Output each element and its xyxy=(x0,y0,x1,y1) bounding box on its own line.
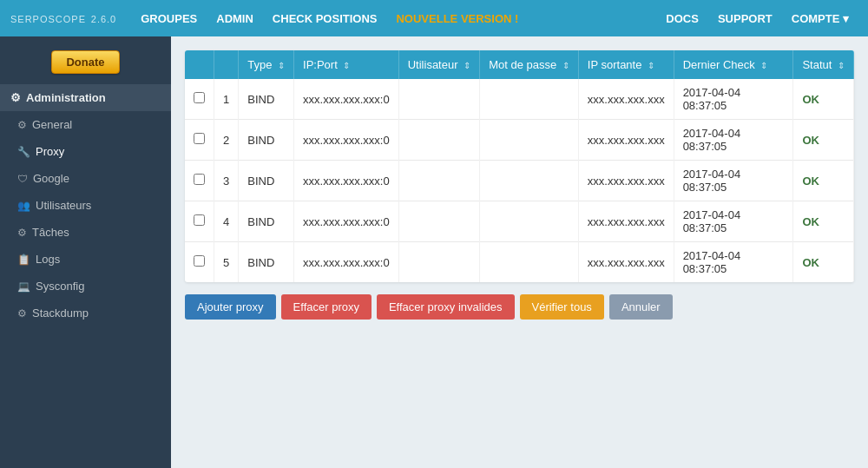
th-utilisateur[interactable]: Utilisateur ⇕ xyxy=(398,50,479,79)
row-ip-port: xxx.xxx.xxx.xxx:0 xyxy=(294,201,399,242)
row-statut: OK xyxy=(793,79,854,120)
row-dernier-check: 2017-04-04 08:37:05 xyxy=(674,201,793,242)
th-num xyxy=(214,50,239,79)
row-mot-de-passe xyxy=(480,79,579,120)
row-num: 5 xyxy=(214,242,239,283)
row-ip-sortante: xxx.xxx.xxx.xxx xyxy=(578,161,674,201)
app-logo: SERPOSCOPE 2.6.0 xyxy=(10,10,116,27)
logs-icon: 📋 xyxy=(17,254,30,266)
sidebar-item-stackdump-label: Stackdump xyxy=(32,307,89,320)
row-statut: OK xyxy=(793,242,854,283)
row-mot-de-passe xyxy=(480,201,579,242)
th-ip-sortante[interactable]: IP sortante ⇕ xyxy=(578,50,674,79)
row-mot-de-passe xyxy=(480,120,579,161)
th-ip-port[interactable]: IP:Port ⇕ xyxy=(294,50,399,79)
row-ip-sortante: xxx.xxx.xxx.xxx xyxy=(578,120,674,161)
row-ip-port: xxx.xxx.xxx.xxx:0 xyxy=(294,242,399,283)
sidebar-item-stackdump[interactable]: ⚙ Stackdump xyxy=(0,300,171,326)
row-statut: OK xyxy=(793,201,854,242)
sidebar-item-taches-label: Tâches xyxy=(32,226,69,239)
sort-ipsort-icon: ⇕ xyxy=(648,61,654,70)
main-content: Type ⇕ IP:Port ⇕ Utilisateur ⇕ Mot de pa… xyxy=(171,36,868,468)
sidebar-section-admin: ⚙ Administration xyxy=(0,84,171,111)
sidebar-item-utilisateurs[interactable]: 👥 Utilisateurs xyxy=(0,192,171,219)
clear-proxy-button[interactable]: Effacer proxy xyxy=(281,294,372,320)
sort-check-icon: ⇕ xyxy=(760,61,767,70)
table-row: 4 BIND xxx.xxx.xxx.xxx:0 xxx.xxx.xxx.xxx… xyxy=(185,201,854,242)
sidebar-item-logs[interactable]: 📋 Logs xyxy=(0,246,171,273)
row-checkbox[interactable] xyxy=(185,242,214,283)
nav-support[interactable]: SUPPORT xyxy=(709,9,781,29)
proxy-table: Type ⇕ IP:Port ⇕ Utilisateur ⇕ Mot de pa… xyxy=(185,50,854,282)
row-utilisateur xyxy=(398,242,479,283)
sidebar-item-general[interactable]: ⚙ General xyxy=(0,111,171,138)
row-ip-port: xxx.xxx.xxx.xxx:0 xyxy=(294,79,399,120)
sysconfig-icon: 💻 xyxy=(17,280,30,293)
row-checkbox[interactable] xyxy=(185,120,214,161)
main-layout: Donate ⚙ Administration ⚙ General 🔧 Prox… xyxy=(0,36,868,468)
nav-right: DOCS SUPPORT COMPTE ▾ xyxy=(657,9,858,29)
sort-type-icon: ⇕ xyxy=(278,61,285,70)
nav-compte[interactable]: COMPTE ▾ xyxy=(783,9,858,29)
row-statut: OK xyxy=(793,161,854,201)
taches-icon: ⚙ xyxy=(17,227,27,239)
row-dernier-check: 2017-04-04 08:37:05 xyxy=(674,120,793,161)
row-utilisateur xyxy=(398,201,479,242)
nav-groupes[interactable]: GROUPES xyxy=(132,9,206,29)
row-checkbox[interactable] xyxy=(185,79,214,120)
table-row: 2 BIND xxx.xxx.xxx.xxx:0 xxx.xxx.xxx.xxx… xyxy=(185,120,854,161)
add-proxy-button[interactable]: Ajouter proxy xyxy=(185,294,276,320)
table-header-row: Type ⇕ IP:Port ⇕ Utilisateur ⇕ Mot de pa… xyxy=(185,50,854,79)
sidebar-item-proxy-label: Proxy xyxy=(36,145,64,158)
donate-button[interactable]: Donate xyxy=(51,50,119,74)
row-type: BIND xyxy=(239,120,294,161)
row-ip-sortante: xxx.xxx.xxx.xxx xyxy=(578,242,674,283)
row-checkbox[interactable] xyxy=(185,201,214,242)
sort-user-icon: ⇕ xyxy=(464,61,470,70)
row-utilisateur xyxy=(398,120,479,161)
row-num: 3 xyxy=(214,161,239,201)
sort-pass-icon: ⇕ xyxy=(562,61,569,70)
version-text: 2.6.0 xyxy=(91,14,116,24)
row-checkbox[interactable] xyxy=(185,161,214,201)
sidebar-item-sysconfig[interactable]: 💻 Sysconfig xyxy=(0,273,171,300)
row-mot-de-passe xyxy=(480,161,579,201)
sidebar-item-utilisateurs-label: Utilisateurs xyxy=(36,199,91,212)
row-dernier-check: 2017-04-04 08:37:05 xyxy=(674,79,793,120)
donate-section: Donate xyxy=(0,43,171,84)
nav-docs[interactable]: DOCS xyxy=(657,9,707,29)
table-row: 1 BIND xxx.xxx.xxx.xxx:0 xxx.xxx.xxx.xxx… xyxy=(185,79,854,120)
th-type[interactable]: Type ⇕ xyxy=(239,50,294,79)
row-ip-port: xxx.xxx.xxx.xxx:0 xyxy=(294,120,399,161)
nav-new-version[interactable]: NOUVELLE VERSION ! xyxy=(387,9,527,29)
cancel-button[interactable]: Annuler xyxy=(609,294,673,320)
row-dernier-check: 2017-04-04 08:37:05 xyxy=(674,161,793,201)
row-mot-de-passe xyxy=(480,242,579,283)
sidebar-item-google[interactable]: 🛡 Google xyxy=(0,165,171,192)
th-mot-de-passe[interactable]: Mot de passe ⇕ xyxy=(480,50,579,79)
sidebar-item-proxy[interactable]: 🔧 Proxy xyxy=(0,138,171,165)
nav-admin[interactable]: ADMIN xyxy=(207,9,262,29)
sidebar-item-google-label: Google xyxy=(33,172,69,185)
table-row: 3 BIND xxx.xxx.xxx.xxx:0 xxx.xxx.xxx.xxx… xyxy=(185,161,854,201)
sidebar-item-general-label: General xyxy=(32,118,72,131)
nav-check-positions[interactable]: CHECK POSITIONS xyxy=(264,9,386,29)
google-icon: 🛡 xyxy=(17,173,28,185)
row-num: 4 xyxy=(214,201,239,242)
row-type: BIND xyxy=(239,242,294,283)
sidebar: Donate ⚙ Administration ⚙ General 🔧 Prox… xyxy=(0,36,171,468)
th-statut[interactable]: Statut ⇕ xyxy=(793,50,854,79)
th-dernier-check[interactable]: Dernier Check ⇕ xyxy=(674,50,793,79)
clear-invalid-button[interactable]: Effacer proxy invalides xyxy=(377,294,515,320)
row-utilisateur xyxy=(398,161,479,201)
row-ip-sortante: xxx.xxx.xxx.xxx xyxy=(578,201,674,242)
sidebar-section-label: Administration xyxy=(26,91,106,104)
th-checkbox xyxy=(185,50,214,79)
table-row: 5 BIND xxx.xxx.xxx.xxx:0 xxx.xxx.xxx.xxx… xyxy=(185,242,854,283)
sidebar-item-taches[interactable]: ⚙ Tâches xyxy=(0,219,171,246)
logo-text: SERPOSCOPE xyxy=(10,14,86,24)
row-dernier-check: 2017-04-04 08:37:05 xyxy=(674,242,793,283)
verify-all-button[interactable]: Vérifier tous xyxy=(520,294,604,320)
proxy-icon: 🔧 xyxy=(17,146,30,158)
row-type: BIND xyxy=(239,79,294,120)
